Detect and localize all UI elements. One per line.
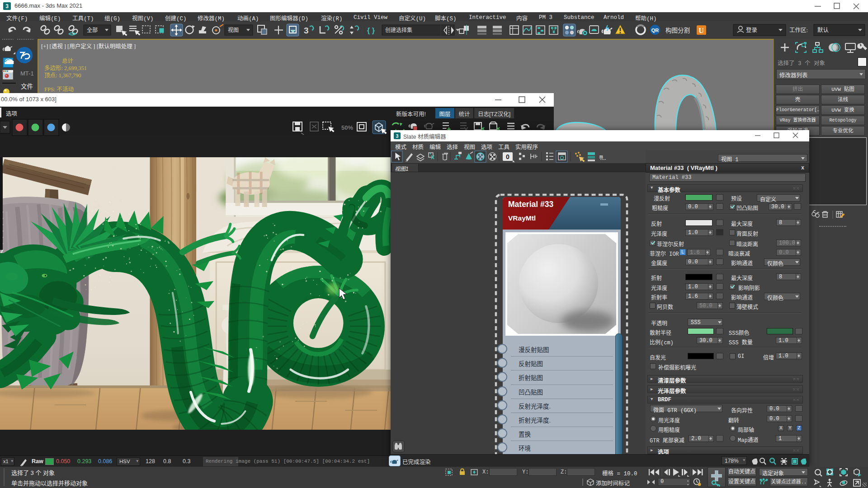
svg-text:MT-1: MT-1 <box>20 70 34 77</box>
svg-text:[+] [透视 ] [用户定义 ] [默认明暗处理 ]: [+] [透视 ] [用户定义 ] [默认明暗处理 ] <box>41 42 136 50</box>
svg-text:构图分割: 构图分割 <box>665 25 690 34</box>
svg-text:3: 3 <box>396 134 399 139</box>
svg-text:工作区:: 工作区: <box>789 25 808 34</box>
svg-text:默认: 默认 <box>817 25 829 34</box>
svg-text:QR: QR <box>651 28 659 33</box>
svg-text:文件: 文件 <box>21 81 33 90</box>
svg-text:全部: 全部 <box>87 26 98 33</box>
svg-text:3: 3 <box>5 3 9 9</box>
svg-text:FPS: 不活动: FPS: 不活动 <box>44 84 74 93</box>
svg-text:3: 3 <box>304 26 309 35</box>
svg-text:创建选择集: 创建选择集 <box>385 26 412 33</box>
svg-text:{ }: { } <box>367 27 375 34</box>
svg-text:0: 0 <box>506 153 509 160</box>
svg-text:50%: 50% <box>341 124 353 131</box>
svg-text:顶点: 1,367,790: 顶点: 1,367,790 <box>44 70 81 79</box>
svg-text:U: U <box>698 27 704 34</box>
svg-text:视图: 视图 <box>228 26 239 33</box>
svg-text:登录: 登录 <box>746 25 757 34</box>
